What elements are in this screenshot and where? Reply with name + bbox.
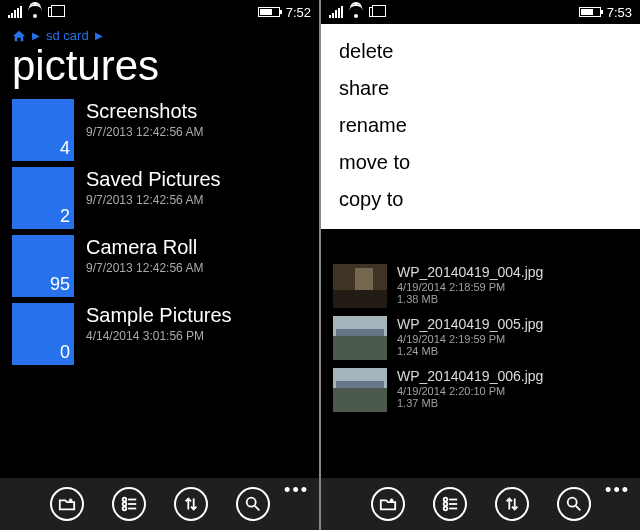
folder-name: Camera Roll [86, 235, 203, 259]
context-menu: delete share rename move to copy to [321, 24, 640, 229]
select-icon [441, 495, 459, 513]
appbar: ••• [0, 478, 319, 530]
breadcrumb-sdcard[interactable]: sd card [46, 28, 89, 43]
menu-rename[interactable]: rename [339, 114, 622, 137]
file-item[interactable]: WP_20140419_004.jpg 4/19/2014 2:18:59 PM… [321, 260, 640, 312]
search-button[interactable] [557, 487, 591, 521]
new-folder-icon [379, 495, 397, 513]
menu-copy-to[interactable]: copy to [339, 188, 622, 211]
svg-marker-0 [13, 30, 25, 40]
folder-date: 9/7/2013 12:42:56 AM [86, 193, 221, 207]
file-thumbnail [333, 264, 387, 308]
file-size: 1.37 MB [397, 397, 543, 409]
folder-item[interactable]: 4 Screenshots 9/7/2013 12:42:56 AM [12, 99, 319, 161]
wifi-icon [349, 6, 363, 18]
page-title: pictures [0, 43, 319, 99]
new-folder-icon [58, 495, 76, 513]
folder-item[interactable]: 95 Camera Roll 9/7/2013 12:42:56 AM [12, 235, 319, 297]
folder-name: Sample Pictures [86, 303, 232, 327]
folder-count: 95 [50, 274, 70, 295]
chevron-right-icon: ▶ [95, 30, 103, 41]
folder-tile: 95 [12, 235, 74, 297]
folder-tile: 2 [12, 167, 74, 229]
svg-point-7 [443, 507, 447, 511]
select-icon [120, 495, 138, 513]
file-size: 1.38 MB [397, 293, 543, 305]
svg-point-3 [122, 507, 126, 511]
folder-item[interactable]: 2 Saved Pictures 9/7/2013 12:42:56 AM [12, 167, 319, 229]
appbar: ••• [321, 478, 640, 530]
cards-icon [369, 7, 381, 17]
folder-date: 9/7/2013 12:42:56 AM [86, 125, 203, 139]
cards-icon [48, 7, 60, 17]
file-thumbnail [333, 316, 387, 360]
svg-point-8 [567, 498, 576, 507]
folder-tile: 0 [12, 303, 74, 365]
file-date: 4/19/2014 2:18:59 PM [397, 281, 543, 293]
new-folder-button[interactable] [371, 487, 405, 521]
statusbar: 7:52 [0, 0, 319, 24]
folder-name: Saved Pictures [86, 167, 221, 191]
home-icon [12, 30, 26, 42]
folder-date: 4/14/2014 3:01:56 PM [86, 329, 232, 343]
file-size: 1.24 MB [397, 345, 543, 357]
file-date: 4/19/2014 2:20:10 PM [397, 385, 543, 397]
clock: 7:53 [607, 5, 632, 20]
battery-icon [579, 7, 601, 17]
file-date: 4/19/2014 2:19:59 PM [397, 333, 543, 345]
phone-right: 7:53 delete share rename move to copy to… [321, 0, 640, 530]
folder-count: 2 [60, 206, 70, 227]
file-item[interactable]: WP_20140419_006.jpg 4/19/2014 2:20:10 PM… [321, 364, 640, 416]
statusbar: 7:53 [321, 0, 640, 24]
wifi-icon [28, 6, 42, 18]
chevron-right-icon: ▶ [32, 30, 40, 41]
sort-icon [503, 495, 521, 513]
sort-icon [182, 495, 200, 513]
file-name: WP_20140419_004.jpg [397, 264, 543, 280]
more-button[interactable]: ••• [605, 486, 630, 495]
breadcrumb[interactable]: ▶ sd card ▶ [0, 24, 319, 43]
folder-count: 0 [60, 342, 70, 363]
folder-count: 4 [60, 138, 70, 159]
signal-icon [8, 6, 22, 18]
search-icon [565, 495, 583, 513]
menu-share[interactable]: share [339, 77, 622, 100]
battery-icon [258, 7, 280, 17]
svg-point-1 [122, 498, 126, 502]
svg-point-5 [443, 498, 447, 502]
select-button[interactable] [433, 487, 467, 521]
menu-delete[interactable]: delete [339, 40, 622, 63]
folder-list: 4 Screenshots 9/7/2013 12:42:56 AM 2 Sav… [0, 99, 319, 478]
select-button[interactable] [112, 487, 146, 521]
sort-button[interactable] [174, 487, 208, 521]
signal-icon [329, 6, 343, 18]
new-folder-button[interactable] [50, 487, 84, 521]
file-name: WP_20140419_005.jpg [397, 316, 543, 332]
search-icon [244, 495, 262, 513]
svg-point-6 [443, 502, 447, 506]
clock: 7:52 [286, 5, 311, 20]
sort-button[interactable] [495, 487, 529, 521]
svg-point-2 [122, 502, 126, 506]
file-item[interactable]: WP_20140419_005.jpg 4/19/2014 2:19:59 PM… [321, 312, 640, 364]
phone-left: 7:52 ▶ sd card ▶ pictures 4 Screenshots … [0, 0, 319, 530]
file-name: WP_20140419_006.jpg [397, 368, 543, 384]
folder-name: Screenshots [86, 99, 203, 123]
menu-move-to[interactable]: move to [339, 151, 622, 174]
folder-item[interactable]: 0 Sample Pictures 4/14/2014 3:01:56 PM [12, 303, 319, 365]
file-thumbnail [333, 368, 387, 412]
folder-tile: 4 [12, 99, 74, 161]
search-button[interactable] [236, 487, 270, 521]
folder-date: 9/7/2013 12:42:56 AM [86, 261, 203, 275]
svg-point-4 [246, 498, 255, 507]
more-button[interactable]: ••• [284, 486, 309, 495]
